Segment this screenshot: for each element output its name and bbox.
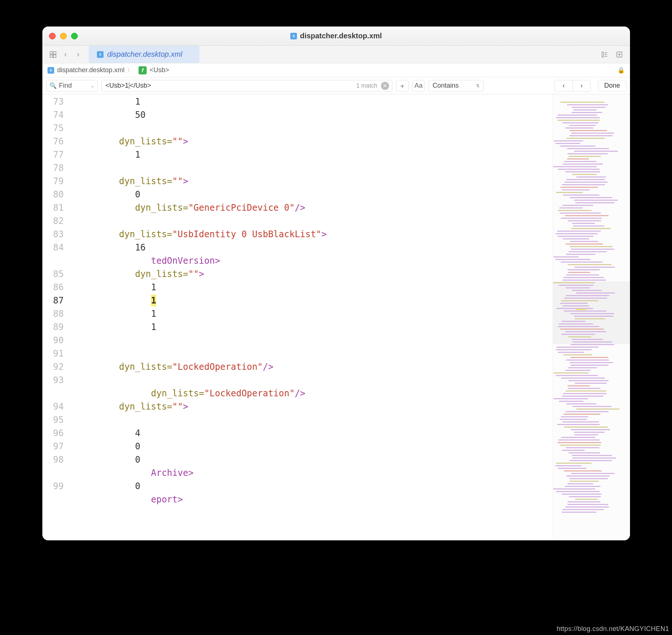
function-badge-icon: f <box>139 66 147 74</box>
maximize-button[interactable] <box>71 33 78 39</box>
nav-forward-button[interactable]: › <box>73 49 84 60</box>
find-nav-group: ‹ › <box>554 80 591 92</box>
window-title-text: dispatcher.desktop.xml <box>300 32 382 40</box>
xml-file-icon: x <box>48 67 54 74</box>
find-input[interactable]: <Usb>1</Usb> 1 match ✕ <box>101 80 392 92</box>
tab-nav-controls: ‹ › <box>45 46 86 63</box>
outline-icon[interactable] <box>599 49 610 60</box>
chevron-down-icon: ⌄ <box>91 83 94 88</box>
find-mode-dropdown[interactable]: 🔍 Find ⌄ <box>46 80 98 92</box>
panel-layout-icon[interactable] <box>48 49 59 60</box>
add-criterion-button[interactable]: ＋ <box>396 80 409 92</box>
find-prev-button[interactable]: ‹ <box>555 80 573 91</box>
tab-active[interactable]: x dispatcher.desktop.xml <box>89 46 199 63</box>
match-mode-label: Contains <box>433 82 459 90</box>
close-button[interactable] <box>49 33 56 39</box>
line-gutter: 7374757677787980818283848586878889909192… <box>42 94 69 540</box>
svg-rect-0 <box>50 52 53 54</box>
clear-search-button[interactable]: ✕ <box>381 82 389 90</box>
find-done-button[interactable]: Done <box>598 80 626 92</box>
window-controls <box>49 33 78 39</box>
nav-back-button[interactable]: ‹ <box>60 49 71 60</box>
find-match-count: 1 match <box>356 83 377 89</box>
title-bar: x dispatcher.desktop.xml <box>42 27 630 46</box>
xml-file-icon: x <box>290 33 297 39</box>
search-icon: 🔍 <box>49 82 57 89</box>
minimap[interactable] <box>553 94 630 540</box>
lock-icon: 🔒 <box>617 67 625 74</box>
text-caret <box>129 83 129 89</box>
find-label-text: Find <box>59 82 72 90</box>
editor-area: 7374757677787980818283848586878889909192… <box>42 94 630 540</box>
find-bar: 🔍 Find ⌄ <Usb>1</Usb> 1 match ✕ ＋ Aa Con… <box>42 77 630 94</box>
tab-bar: ‹ › x dispatcher.desktop.xml <box>42 46 630 63</box>
match-mode-dropdown[interactable]: Contains ⇅ <box>428 80 484 92</box>
breadcrumb-file[interactable]: dispatcher.desktop.xml <box>57 66 125 74</box>
svg-rect-1 <box>53 52 56 54</box>
breadcrumb-separator: 〉 <box>127 66 133 75</box>
add-editor-icon[interactable] <box>614 49 625 60</box>
breadcrumb-node[interactable]: <Usb> <box>150 66 169 74</box>
tab-right-controls <box>599 46 627 63</box>
find-query-pre: <Usb>1 <box>105 82 129 90</box>
breadcrumb-bar: x dispatcher.desktop.xml 〉 f <Usb> 🔒 <box>42 63 630 77</box>
svg-rect-4 <box>602 52 603 57</box>
tab-label: dispatcher.desktop.xml <box>107 50 182 59</box>
svg-rect-2 <box>50 55 53 57</box>
xml-file-icon: x <box>97 51 104 58</box>
find-query-post: </Usb> <box>130 82 151 90</box>
svg-rect-3 <box>53 55 56 57</box>
find-next-button[interactable]: › <box>573 80 590 91</box>
code-content[interactable]: 1 50 dyn_lists=""> 1 dyn_lists=""> 0 dyn… <box>69 94 553 540</box>
watermark-text: https://blog.csdn.net/KANGYICHEN1 <box>557 625 669 633</box>
match-case-button[interactable]: Aa <box>412 80 425 92</box>
editor-window: x dispatcher.desktop.xml ‹ › x dispatche… <box>42 27 630 540</box>
chevron-updown-icon: ⇅ <box>476 83 480 88</box>
window-title: x dispatcher.desktop.xml <box>42 32 630 40</box>
minimize-button[interactable] <box>60 33 67 39</box>
